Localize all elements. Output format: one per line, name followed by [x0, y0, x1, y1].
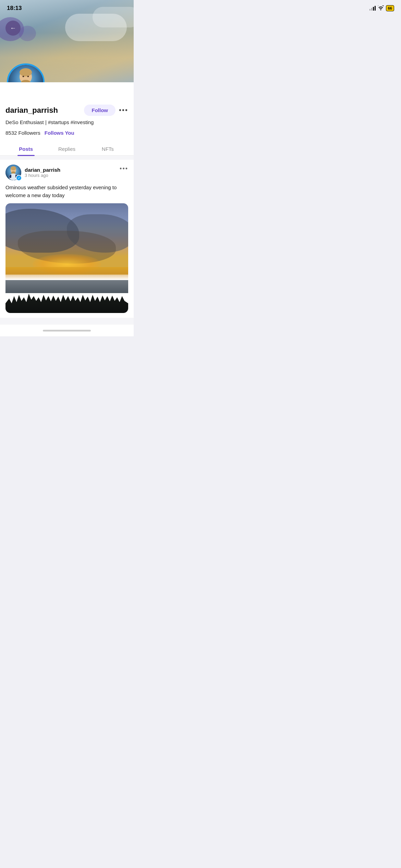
profile-username: darian_parrish: [5, 106, 58, 115]
tab-nfts[interactable]: NFTs: [87, 142, 128, 155]
home-indicator: [0, 325, 134, 336]
post-more-button[interactable]: •••: [120, 165, 128, 172]
status-time: 18:13: [7, 5, 22, 12]
post-time: 3 hours ago: [25, 173, 60, 178]
post-user-info: ✓ darian_parrish 3 hours ago: [5, 165, 60, 180]
post-meta: darian_parrish 3 hours ago: [25, 167, 60, 178]
svg-point-9: [11, 166, 16, 170]
avatar-ring: ✓: [7, 63, 45, 82]
svg-point-6: [27, 76, 29, 77]
post-avatar: ✓: [5, 165, 21, 180]
header-actions: Follow •••: [84, 105, 128, 116]
post-verified-badge: ✓: [16, 175, 22, 181]
back-button-wrap: ←: [5, 21, 21, 36]
svg-point-5: [23, 76, 24, 77]
follow-button[interactable]: Follow: [84, 105, 116, 116]
back-button[interactable]: ←: [5, 21, 21, 36]
profile-content: darian_parrish Follow ••• DeSo Enthusias…: [0, 82, 134, 156]
tab-replies[interactable]: Replies: [46, 142, 87, 155]
feed: ✓ darian_parrish 3 hours ago ••• Ominous…: [0, 156, 134, 325]
sunset-scene: [5, 203, 128, 313]
more-options-button[interactable]: •••: [119, 106, 128, 114]
avatar: [8, 65, 43, 82]
status-bar: 18:13 66: [0, 0, 134, 14]
followers-row: 8532 Followers Follows You: [5, 130, 128, 136]
avatar-wrap: ✓: [7, 63, 45, 82]
post-username: darian_parrish: [25, 167, 60, 173]
post-card: ✓ darian_parrish 3 hours ago ••• Ominous…: [0, 160, 134, 318]
tabs-row: Posts Replies NFTs: [0, 142, 134, 156]
profile-header-row: darian_parrish Follow •••: [5, 105, 128, 116]
post-text: Ominous weather subsided yesterday eveni…: [5, 184, 128, 199]
svg-point-2: [20, 68, 32, 76]
follows-you-badge: Follows You: [45, 130, 74, 136]
post-image: [5, 203, 128, 313]
followers-count[interactable]: 8532 Followers: [5, 130, 40, 136]
home-bar: [43, 330, 91, 331]
profile-bio: DeSo Enthusiast | #startups #investing: [5, 119, 128, 126]
post-header: ✓ darian_parrish 3 hours ago •••: [5, 165, 128, 180]
tab-posts[interactable]: Posts: [5, 142, 46, 155]
